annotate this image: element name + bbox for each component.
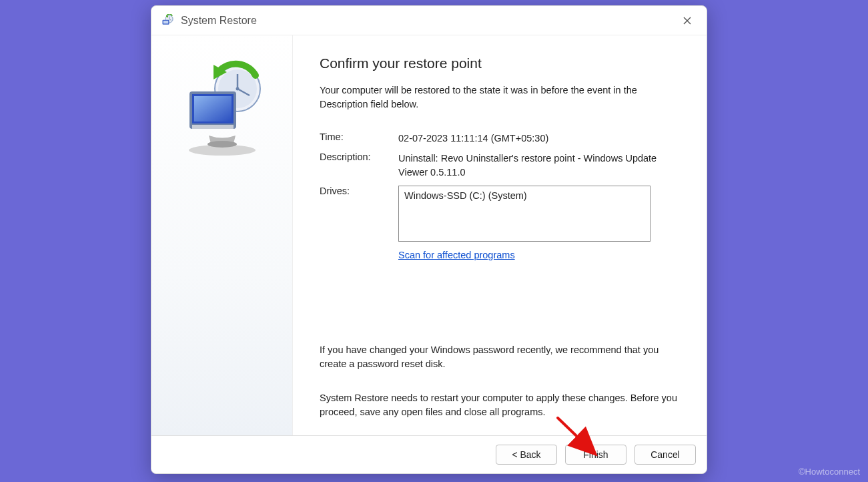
time-row: Time: 02-07-2023 11:11:14 (GMT+05:30) — [320, 132, 680, 145]
titlebar: System Restore — [151, 6, 707, 35]
finish-button[interactable]: Finish — [565, 445, 626, 465]
cancel-button[interactable]: Cancel — [634, 445, 696, 465]
close-button[interactable] — [672, 10, 703, 31]
password-note: If you have changed your Windows passwor… — [320, 343, 680, 371]
wizard-sidebar — [151, 35, 293, 435]
back-button[interactable]: < Back — [496, 445, 557, 465]
page-subtext: Your computer will be restored to the st… — [320, 83, 680, 111]
time-label: Time: — [320, 132, 398, 145]
content-pane: Confirm your restore point Your computer… — [293, 35, 707, 435]
drives-listbox[interactable]: Windows-SSD (C:) (System) — [398, 186, 650, 242]
page-heading: Confirm your restore point — [320, 55, 680, 71]
dialog-footer: < Back Finish Cancel — [151, 436, 707, 473]
description-row: Description: Uninstall: Revo Uninstaller… — [320, 152, 680, 179]
svg-point-14 — [236, 87, 239, 91]
svg-rect-4 — [163, 21, 169, 23]
drives-label: Drives: — [320, 186, 398, 196]
scan-affected-link[interactable]: Scan for affected programs — [398, 250, 515, 260]
restore-icon — [161, 14, 174, 27]
svg-point-9 — [207, 141, 237, 148]
watermark: ©Howtoconnect — [799, 467, 860, 477]
dialog-body: Confirm your restore point Your computer… — [151, 35, 707, 436]
svg-rect-18 — [194, 96, 232, 122]
restart-note: System Restore needs to restart your com… — [320, 391, 680, 419]
system-restore-window: System Restore — [151, 5, 707, 474]
svg-rect-19 — [192, 125, 234, 129]
description-label: Description: — [320, 152, 398, 179]
description-value: Uninstall: Revo Uninstaller's restore po… — [398, 152, 680, 179]
restore-graphic-icon — [172, 57, 272, 157]
drives-row: Drives: Windows-SSD (C:) (System) Scan f… — [320, 186, 680, 260]
time-value: 02-07-2023 11:11:14 (GMT+05:30) — [398, 132, 680, 145]
drive-item: Windows-SSD (C:) (System) — [404, 190, 527, 201]
window-title: System Restore — [181, 15, 672, 27]
